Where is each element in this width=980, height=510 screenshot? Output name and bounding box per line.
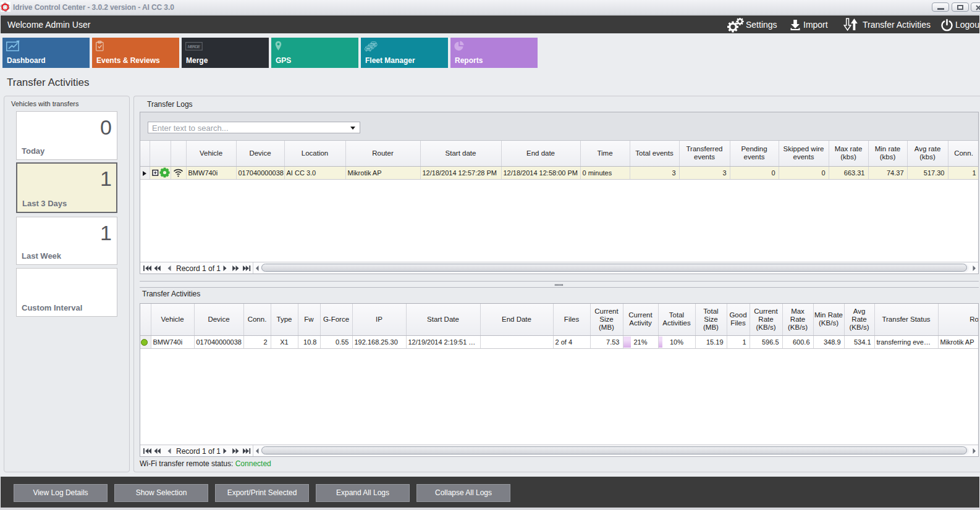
svg-text:MERGE: MERGE <box>187 44 200 49</box>
